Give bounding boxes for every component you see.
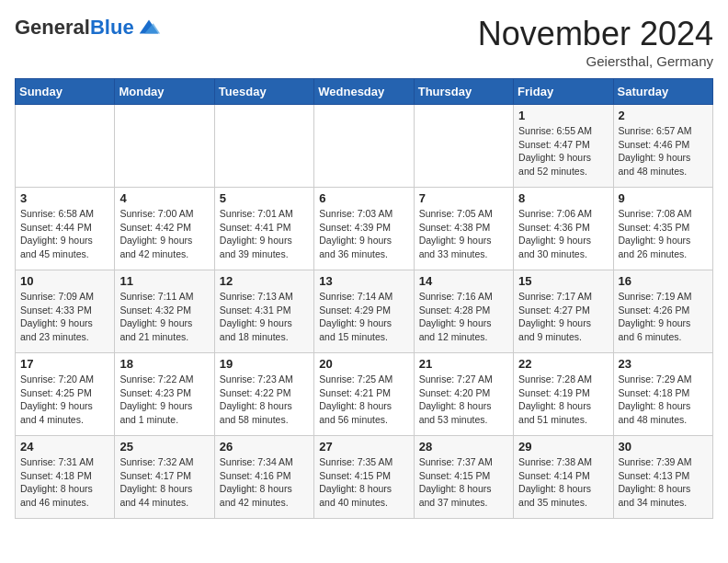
month-title: November 2024 <box>478 15 713 53</box>
col-sunday: Sunday <box>16 79 115 105</box>
day-number: 28 <box>419 440 508 454</box>
day-info: Sunrise: 7:22 AM Sunset: 4:23 PM Dayligh… <box>119 373 209 427</box>
calendar-cell: 18Sunrise: 7:22 AM Sunset: 4:23 PM Dayli… <box>115 353 214 436</box>
calendar-cell <box>115 105 214 188</box>
day-number: 12 <box>220 274 309 288</box>
day-number: 27 <box>319 440 408 454</box>
calendar-cell <box>414 105 513 188</box>
day-number: 5 <box>220 191 309 205</box>
col-saturday: Saturday <box>613 79 712 105</box>
day-info: Sunrise: 6:55 AM Sunset: 4:47 PM Dayligh… <box>518 124 608 178</box>
calendar-cell: 21Sunrise: 7:27 AM Sunset: 4:20 PM Dayli… <box>414 353 513 436</box>
calendar-week-1: 3Sunrise: 6:58 AM Sunset: 4:44 PM Daylig… <box>16 188 713 270</box>
title-block: November 2024 Geiersthal, Germany <box>478 15 713 69</box>
day-info: Sunrise: 7:03 AM Sunset: 4:39 PM Dayligh… <box>319 207 408 261</box>
day-info: Sunrise: 7:06 AM Sunset: 4:36 PM Dayligh… <box>518 207 608 261</box>
calendar-cell: 12Sunrise: 7:13 AM Sunset: 4:31 PM Dayli… <box>214 270 313 353</box>
day-number: 11 <box>119 274 209 288</box>
day-number: 9 <box>619 191 708 205</box>
calendar-cell: 17Sunrise: 7:20 AM Sunset: 4:25 PM Dayli… <box>16 353 115 436</box>
day-info: Sunrise: 7:09 AM Sunset: 4:33 PM Dayligh… <box>20 290 109 344</box>
calendar-cell: 14Sunrise: 7:16 AM Sunset: 4:28 PM Dayli… <box>414 270 513 353</box>
day-info: Sunrise: 7:17 AM Sunset: 4:27 PM Dayligh… <box>518 290 608 344</box>
day-info: Sunrise: 7:28 AM Sunset: 4:19 PM Dayligh… <box>518 373 608 427</box>
day-number: 16 <box>619 274 708 288</box>
day-number: 30 <box>619 440 708 454</box>
day-info: Sunrise: 7:16 AM Sunset: 4:28 PM Dayligh… <box>419 290 508 344</box>
calendar-cell: 13Sunrise: 7:14 AM Sunset: 4:29 PM Dayli… <box>314 270 414 353</box>
col-tuesday: Tuesday <box>214 79 313 105</box>
day-number: 1 <box>518 109 608 122</box>
calendar-cell: 30Sunrise: 7:39 AM Sunset: 4:13 PM Dayli… <box>613 436 712 519</box>
calendar-cell: 3Sunrise: 6:58 AM Sunset: 4:44 PM Daylig… <box>16 188 115 270</box>
logo-blue: Blue <box>90 16 134 39</box>
day-number: 6 <box>319 191 408 205</box>
col-thursday: Thursday <box>414 79 513 105</box>
day-number: 29 <box>518 440 608 454</box>
calendar-cell: 4Sunrise: 7:00 AM Sunset: 4:42 PM Daylig… <box>115 188 214 270</box>
day-number: 18 <box>119 357 209 371</box>
col-monday: Monday <box>115 79 214 105</box>
calendar-table: Sunday Monday Tuesday Wednesday Thursday… <box>15 78 713 519</box>
day-info: Sunrise: 7:31 AM Sunset: 4:18 PM Dayligh… <box>20 455 109 510</box>
day-info: Sunrise: 7:13 AM Sunset: 4:31 PM Dayligh… <box>220 290 309 344</box>
calendar-cell <box>214 105 313 188</box>
day-number: 20 <box>319 357 408 371</box>
calendar-cell: 22Sunrise: 7:28 AM Sunset: 4:19 PM Dayli… <box>514 353 613 436</box>
page-header: GeneralBlue November 2024 Geiersthal, Ge… <box>15 15 713 69</box>
day-info: Sunrise: 7:39 AM Sunset: 4:13 PM Dayligh… <box>619 455 708 510</box>
day-number: 7 <box>419 191 508 205</box>
logo-icon <box>136 15 162 40</box>
calendar-cell: 26Sunrise: 7:34 AM Sunset: 4:16 PM Dayli… <box>214 436 313 519</box>
calendar-cell: 29Sunrise: 7:38 AM Sunset: 4:14 PM Dayli… <box>514 436 613 519</box>
location: Geiersthal, Germany <box>478 53 713 69</box>
day-number: 8 <box>518 191 608 205</box>
calendar-cell: 19Sunrise: 7:23 AM Sunset: 4:22 PM Dayli… <box>214 353 313 436</box>
calendar-week-3: 17Sunrise: 7:20 AM Sunset: 4:25 PM Dayli… <box>16 353 713 436</box>
day-number: 2 <box>619 109 708 122</box>
day-info: Sunrise: 7:14 AM Sunset: 4:29 PM Dayligh… <box>319 290 408 344</box>
day-number: 13 <box>319 274 408 288</box>
calendar-cell <box>16 105 115 188</box>
calendar-week-2: 10Sunrise: 7:09 AM Sunset: 4:33 PM Dayli… <box>16 270 713 353</box>
day-info: Sunrise: 7:08 AM Sunset: 4:35 PM Dayligh… <box>619 207 708 261</box>
logo-general: General <box>15 16 90 39</box>
calendar-cell: 25Sunrise: 7:32 AM Sunset: 4:17 PM Dayli… <box>115 436 214 519</box>
day-info: Sunrise: 7:20 AM Sunset: 4:25 PM Dayligh… <box>20 373 109 427</box>
day-info: Sunrise: 7:34 AM Sunset: 4:16 PM Dayligh… <box>220 455 309 510</box>
day-info: Sunrise: 7:37 AM Sunset: 4:15 PM Dayligh… <box>419 455 508 510</box>
calendar-cell: 11Sunrise: 7:11 AM Sunset: 4:32 PM Dayli… <box>115 270 214 353</box>
day-info: Sunrise: 7:35 AM Sunset: 4:15 PM Dayligh… <box>319 455 408 510</box>
calendar-cell: 9Sunrise: 7:08 AM Sunset: 4:35 PM Daylig… <box>613 188 712 270</box>
day-number: 3 <box>20 191 109 205</box>
calendar-week-0: 1Sunrise: 6:55 AM Sunset: 4:47 PM Daylig… <box>16 105 713 188</box>
day-number: 17 <box>20 357 109 371</box>
calendar-cell: 16Sunrise: 7:19 AM Sunset: 4:26 PM Dayli… <box>613 270 712 353</box>
day-info: Sunrise: 7:11 AM Sunset: 4:32 PM Dayligh… <box>119 290 209 344</box>
day-number: 26 <box>220 440 309 454</box>
calendar-cell: 1Sunrise: 6:55 AM Sunset: 4:47 PM Daylig… <box>514 105 613 188</box>
day-info: Sunrise: 7:27 AM Sunset: 4:20 PM Dayligh… <box>419 373 508 427</box>
calendar-cell: 5Sunrise: 7:01 AM Sunset: 4:41 PM Daylig… <box>214 188 313 270</box>
day-info: Sunrise: 7:25 AM Sunset: 4:21 PM Dayligh… <box>319 373 408 427</box>
calendar-header-row: Sunday Monday Tuesday Wednesday Thursday… <box>16 79 713 105</box>
day-info: Sunrise: 7:00 AM Sunset: 4:42 PM Dayligh… <box>119 207 209 261</box>
calendar-week-4: 24Sunrise: 7:31 AM Sunset: 4:18 PM Dayli… <box>16 436 713 519</box>
calendar-cell <box>314 105 414 188</box>
day-number: 14 <box>419 274 508 288</box>
col-friday: Friday <box>514 79 613 105</box>
day-number: 25 <box>119 440 209 454</box>
day-number: 10 <box>20 274 109 288</box>
col-wednesday: Wednesday <box>314 79 414 105</box>
calendar-cell: 28Sunrise: 7:37 AM Sunset: 4:15 PM Dayli… <box>414 436 513 519</box>
calendar-cell: 10Sunrise: 7:09 AM Sunset: 4:33 PM Dayli… <box>16 270 115 353</box>
day-number: 15 <box>518 274 608 288</box>
day-info: Sunrise: 7:38 AM Sunset: 4:14 PM Dayligh… <box>518 455 608 510</box>
calendar-cell: 27Sunrise: 7:35 AM Sunset: 4:15 PM Dayli… <box>314 436 414 519</box>
day-number: 4 <box>119 191 209 205</box>
calendar-cell: 7Sunrise: 7:05 AM Sunset: 4:38 PM Daylig… <box>414 188 513 270</box>
calendar-cell: 2Sunrise: 6:57 AM Sunset: 4:46 PM Daylig… <box>613 105 712 188</box>
calendar-cell: 23Sunrise: 7:29 AM Sunset: 4:18 PM Dayli… <box>613 353 712 436</box>
day-number: 22 <box>518 357 608 371</box>
day-info: Sunrise: 7:05 AM Sunset: 4:38 PM Dayligh… <box>419 207 508 261</box>
